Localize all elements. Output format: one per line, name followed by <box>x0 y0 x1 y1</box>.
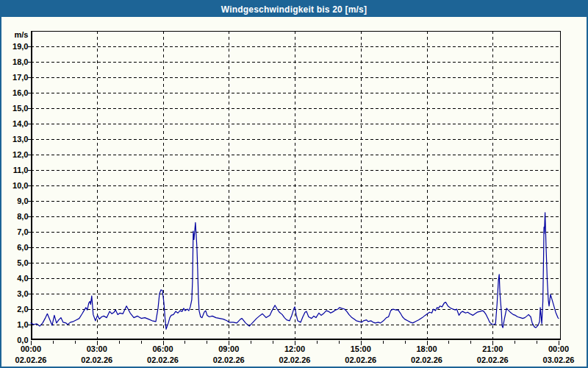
y-axis-label: 12,0 <box>12 150 28 159</box>
x-axis-date-label: 02.02.26 <box>345 355 376 364</box>
y-axis-label: 13,0 <box>12 135 28 144</box>
x-axis-time-label: 18:00 <box>416 344 437 353</box>
axis-lines <box>32 31 561 339</box>
wind-speed-chart: 0,01,02,03,04,05,06,07,08,09,010,011,012… <box>1 17 587 367</box>
x-axis-date-label: 02.02.26 <box>279 355 311 364</box>
x-axis-date-label: 02.02.26 <box>213 355 245 364</box>
chart-area: 0,01,02,03,04,05,06,07,08,09,010,011,012… <box>1 17 587 367</box>
y-axis-label: 6,0 <box>17 243 28 252</box>
x-axis-date-label: 02.02.26 <box>15 355 47 364</box>
x-axis-date-label: 02.02.26 <box>81 355 112 364</box>
y-axis-label: 4,0 <box>17 274 28 283</box>
y-axis-label: 14,0 <box>12 119 28 128</box>
y-axis-label: 18,0 <box>12 57 28 66</box>
title-bar: Windgeschwindigkeit bis 20 [m/s] <box>1 1 587 17</box>
x-axis-date-label: 02.02.26 <box>411 355 442 364</box>
y-axis-label: 19,0 <box>12 42 28 51</box>
y-axis-label: 0,0 <box>17 336 28 344</box>
x-axis-time-label: 15:00 <box>351 344 371 353</box>
window-title: Windgeschwindigkeit bis 20 [m/s] <box>221 4 367 15</box>
x-axis-time-label: 00:00 <box>21 344 41 353</box>
x-axis-time-label: 00:00 <box>548 344 569 353</box>
y-axis-label: 10,0 <box>12 181 28 190</box>
wind-speed-line <box>31 213 559 330</box>
y-axis-label: 1,0 <box>17 320 28 329</box>
x-axis-time-label: 06:00 <box>152 344 173 353</box>
x-axis-time-label: 12:00 <box>284 344 305 353</box>
x-axis-time-label: 03:00 <box>87 344 107 353</box>
y-axis-label: 16,0 <box>12 88 28 97</box>
x-axis-time-label: 09:00 <box>218 344 239 353</box>
y-axis-label: 5,0 <box>17 258 28 267</box>
y-axis-label: 2,0 <box>17 305 28 314</box>
y-axis-unit-label: m/s <box>15 30 29 39</box>
x-axis-date-label: 02.02.26 <box>147 355 179 364</box>
y-axis-label: 9,0 <box>17 197 28 205</box>
y-axis-label: 11,0 <box>13 166 29 174</box>
x-axis-date-label: 03.02.26 <box>543 355 575 364</box>
y-axis-label: 7,0 <box>17 227 28 236</box>
y-axis-label: 17,0 <box>12 73 28 82</box>
y-axis-label: 3,0 <box>17 289 28 298</box>
y-axis-label: 15,0 <box>12 104 28 113</box>
y-axis-label: 8,0 <box>17 212 28 221</box>
x-axis-date-label: 02.02.26 <box>477 355 509 364</box>
app-window: Windgeschwindigkeit bis 20 [m/s] 0,01,02… <box>0 0 588 368</box>
x-axis-time-label: 21:00 <box>482 344 503 353</box>
